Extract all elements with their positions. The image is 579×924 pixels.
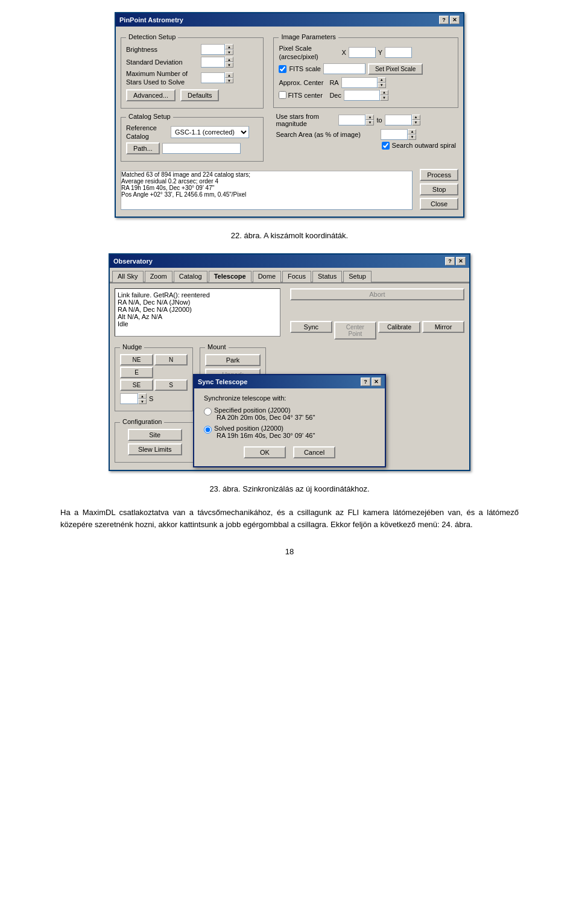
dec-input[interactable]: 30 11 00	[344, 90, 380, 101]
nudge-spinner[interactable]: 20 ▲ ▼	[120, 393, 147, 404]
nudge-e-btn[interactable]: E	[120, 367, 153, 378]
pixel-y-input[interactable]: 0.464	[385, 47, 412, 58]
pixel-x-input[interactable]: 0.464	[349, 47, 376, 58]
sync-radio-2[interactable]	[204, 426, 212, 434]
defaults-btn[interactable]: Defaults	[180, 89, 219, 101]
search-area-spinner[interactable]: 300 ▲ ▼	[381, 129, 416, 140]
nudge-n-btn[interactable]: N	[154, 354, 188, 365]
std-dev-spinner-btns: ▲ ▼	[225, 57, 233, 68]
tab-focus[interactable]: Focus	[282, 271, 311, 282]
set-pixel-scale-btn[interactable]: Set Pixel Scale	[368, 63, 423, 75]
observatory-title: Observatory	[113, 258, 153, 265]
brightness-up-btn[interactable]: ▲	[225, 44, 233, 49]
close-btn[interactable]: Close	[420, 198, 458, 210]
path-input[interactable]: C:\GSC11\	[162, 143, 241, 154]
brightness-spinner[interactable]: 0.00 ▲ ▼	[201, 44, 233, 55]
process-btn[interactable]: Process	[420, 169, 458, 181]
nudge-se-btn[interactable]: SE	[120, 379, 153, 391]
mag-from-up-btn[interactable]: ▲	[365, 115, 374, 120]
slew-limits-btn[interactable]: Slew Limits	[128, 443, 182, 455]
park-btn[interactable]: Park	[205, 354, 261, 366]
mag-to-spinner[interactable]: 14.00 ▲ ▼	[385, 115, 420, 125]
std-dev-spinner[interactable]: 3.00 ▲ ▼	[201, 57, 233, 68]
ra-input[interactable]: 19 16 35	[341, 77, 378, 88]
sync-btn[interactable]: Sync	[290, 321, 332, 333]
tab-dome[interactable]: Dome	[253, 271, 281, 282]
mag-from-spinner[interactable]: -2.00 ▲ ▼	[338, 115, 374, 125]
sync-help-btn[interactable]: ?	[361, 378, 370, 386]
sync-cancel-btn[interactable]: Cancel	[293, 446, 335, 458]
nudge-down-btn[interactable]: ▼	[138, 399, 147, 404]
dec-down-btn[interactable]: ▼	[380, 95, 388, 101]
max-stars-down-btn[interactable]: ▼	[225, 78, 233, 83]
mag-to-label: to	[376, 116, 382, 124]
calibrate-btn[interactable]: Calibrate	[378, 321, 420, 333]
ra-up-btn[interactable]: ▲	[378, 77, 386, 83]
advanced-btn[interactable]: Advanced...	[126, 89, 176, 101]
fits-center-row: FITS center Dec 30 11 00 ▲ ▼	[279, 90, 453, 101]
ref-catalog-select[interactable]: GSC-1.1 (corrected)	[171, 126, 249, 138]
brightness-down-btn[interactable]: ▼	[225, 49, 233, 55]
brightness-input[interactable]: 0.00	[201, 44, 225, 55]
path-btn[interactable]: Path...	[126, 142, 160, 154]
sync-ok-btn[interactable]: OK	[244, 446, 286, 458]
max-stars-up-btn[interactable]: ▲	[225, 72, 233, 78]
std-dev-row: Standard Deviation 3.00 ▲ ▼	[126, 57, 258, 68]
tab-catalog[interactable]: Catalog	[174, 271, 207, 282]
search-area-input[interactable]: 300	[381, 129, 408, 140]
observatory-help-btn[interactable]: ?	[445, 257, 455, 265]
detection-setup-group: Detection Setup Brightness 0.00 ▲ ▼	[121, 37, 264, 109]
sync-option2-text: Solved position (J2000) RA 19h 16m 40s, …	[214, 425, 315, 439]
max-stars-spinner[interactable]: 500 ▲ ▼	[201, 72, 233, 83]
ref-catalog-label: Reference Catalog	[126, 124, 168, 141]
nudge-ne-btn[interactable]: NE	[120, 354, 153, 365]
center-point-btn[interactable]: Center Point	[334, 321, 376, 340]
pinpoint-help-btn[interactable]: ?	[439, 16, 449, 24]
std-dev-down-btn[interactable]: ▼	[225, 62, 233, 68]
stop-btn[interactable]: Stop	[420, 183, 458, 195]
observatory-dialog-wrapper: Observatory ? ✕ All Sky Zoom Catalog Tel…	[109, 253, 470, 471]
catalog-setup-group: Catalog Setup Reference Catalog GSC-1.1 …	[121, 117, 264, 162]
fits-center-checkbox[interactable]	[279, 91, 286, 99]
tab-telescope[interactable]: Telescope	[209, 271, 252, 282]
site-btn[interactable]: Site	[128, 429, 182, 441]
search-outward-checkbox[interactable]	[382, 142, 390, 150]
ra-label: RA	[329, 79, 338, 86]
pinpoint-title: PinPoint Astrometry	[119, 16, 183, 24]
mag-to-up-btn[interactable]: ▲	[412, 115, 420, 120]
dec-up-btn[interactable]: ▲	[380, 90, 388, 95]
fits-scale-checkbox[interactable]	[279, 65, 286, 73]
pinpoint-close-btn[interactable]: ✕	[450, 16, 460, 24]
search-area-down-btn[interactable]: ▼	[408, 134, 416, 140]
mag-from-down-btn[interactable]: ▼	[365, 120, 374, 125]
mag-to-down-btn[interactable]: ▼	[412, 120, 420, 125]
tab-status[interactable]: Status	[312, 271, 342, 282]
pixel-y-label: Y	[378, 49, 382, 56]
nudge-up-btn[interactable]: ▲	[138, 393, 147, 399]
observatory-close-btn[interactable]: ✕	[456, 257, 466, 265]
max-stars-input[interactable]: 500	[201, 72, 225, 83]
nudge-s-btn[interactable]: S	[154, 379, 188, 391]
mag-to-input[interactable]: 14.00	[385, 115, 412, 125]
pinpoint-window: PinPoint Astrometry ? ✕ Detection Setup	[115, 12, 464, 218]
status-line-4: Alt N/A, Az N/A	[118, 313, 277, 320]
tab-setup[interactable]: Setup	[343, 271, 372, 282]
sync-option1-label: Specified position (J2000)	[214, 407, 315, 414]
calculated-input[interactable]: calculated	[323, 63, 365, 74]
std-dev-input[interactable]: 3.00	[201, 57, 225, 68]
mirror-btn[interactable]: Mirror	[422, 321, 464, 333]
abort-btn[interactable]: Abort	[290, 288, 464, 300]
status-line-5: Idle	[118, 320, 277, 328]
sync-close-btn[interactable]: ✕	[372, 378, 381, 386]
dec-spinner[interactable]: 30 11 00 ▲ ▼	[344, 90, 388, 101]
mag-from-input[interactable]: -2.00	[338, 115, 365, 125]
tab-zoom[interactable]: Zoom	[145, 271, 172, 282]
std-dev-up-btn[interactable]: ▲	[225, 57, 233, 62]
tab-allsky[interactable]: All Sky	[112, 271, 144, 282]
nudge-input[interactable]: 20	[120, 393, 138, 404]
ra-down-btn[interactable]: ▼	[378, 83, 386, 88]
sync-radio-1[interactable]	[204, 408, 212, 416]
ra-spinner[interactable]: 19 16 35 ▲ ▼	[341, 77, 386, 88]
max-stars-label: Maximum Number of Stars Used to Solve	[126, 69, 198, 87]
search-area-up-btn[interactable]: ▲	[408, 129, 416, 134]
